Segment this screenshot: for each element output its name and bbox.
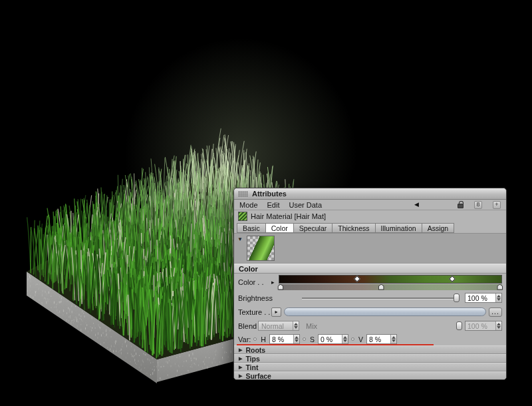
fold-label: Tint	[245, 363, 258, 371]
blend-mode-dropdown[interactable]: Normal	[258, 321, 299, 331]
mix-label: Mix	[306, 322, 323, 330]
gradient-bias-knot[interactable]	[449, 276, 456, 282]
menubar: Mode Edit User Data ◀ 8 +	[234, 200, 506, 210]
attributes-window: Attributes Mode Edit User Data ◀ 8 + Hai…	[233, 188, 507, 380]
mix-stepper[interactable]	[495, 321, 501, 330]
blend-label: Blend	[238, 322, 255, 330]
slider-track	[302, 298, 460, 299]
stepper-down-icon[interactable]	[343, 339, 347, 342]
collapse-arrow-icon[interactable]: ◀	[414, 202, 419, 208]
mix-slider-thumb[interactable]	[456, 321, 462, 330]
material-name: Hair Material [Hair Mat]	[251, 212, 326, 220]
color-gradient-editor[interactable]	[279, 275, 502, 290]
tab-basic[interactable]: Basic	[237, 223, 266, 233]
mix-value-field[interactable]: 100 %	[465, 321, 502, 331]
stepper-down-icon[interactable]	[497, 298, 501, 301]
saturation-stepper[interactable]	[342, 335, 348, 343]
fold-label: Roots	[245, 346, 265, 354]
drag-grip-icon	[238, 191, 248, 197]
menu-mode[interactable]: Mode	[239, 201, 258, 209]
hue-variation-field[interactable]: 8 %	[269, 334, 300, 344]
gradient-stop-handle[interactable]	[378, 284, 384, 290]
material-preview-area: ▼	[234, 233, 506, 264]
menu-user-data[interactable]: User Data	[289, 201, 323, 209]
stepper-up-icon[interactable]	[392, 336, 396, 339]
tab-color[interactable]: Color	[266, 223, 294, 233]
keyframe-dot-icon[interactable]	[253, 337, 257, 341]
texture-preview-swatch[interactable]	[247, 236, 275, 261]
fold-arrow-icon: ▶	[239, 347, 242, 352]
fold-section-tint[interactable]: ▶ Tint	[234, 363, 506, 371]
gradient-stop-handle[interactable]	[497, 284, 503, 290]
stepper-up-icon[interactable]	[343, 336, 347, 339]
stepper-up-icon[interactable]	[295, 336, 299, 339]
fold-section-surface[interactable]: ▶ Surface	[234, 371, 506, 380]
tab-specular[interactable]: Specular	[294, 223, 332, 233]
color-expand-icon[interactable]: ▸	[271, 280, 275, 286]
tab-assign[interactable]: Assign	[422, 223, 455, 233]
color-label: Color . .	[238, 278, 269, 286]
brightness-label: Brightness	[238, 294, 297, 302]
texture-popup-button[interactable]: ▸	[271, 307, 281, 317]
tab-thickness[interactable]: Thickness	[332, 223, 375, 233]
saturation-label: S	[310, 335, 315, 343]
saturation-variation-field[interactable]: 0 %	[318, 334, 348, 344]
preview-disclosure-icon[interactable]: ▼	[237, 237, 243, 261]
texture-path-field[interactable]	[284, 307, 486, 316]
hue-stepper[interactable]	[293, 335, 299, 343]
gradient-stop-handle-face	[379, 285, 384, 290]
brightness-value-field[interactable]: 100 %	[465, 293, 502, 303]
annotation-underline	[237, 344, 434, 345]
brightness-row: Brightness 100 %	[234, 291, 506, 305]
gradient-stop-handle[interactable]	[277, 284, 283, 290]
stepper-down-icon[interactable]	[497, 326, 501, 329]
fold-arrow-icon: ▶	[239, 373, 242, 378]
fold-section-tips[interactable]: ▶ Tips	[234, 354, 506, 363]
tab-illumination[interactable]: Illumination	[376, 223, 422, 233]
value-variation-value: 8 %	[367, 335, 390, 343]
value-variation-field[interactable]: 8 %	[366, 334, 397, 344]
keyframe-dot-icon[interactable]	[351, 337, 354, 341]
hair-strand-preview	[247, 236, 275, 261]
value-label: V	[358, 335, 363, 343]
link-icon[interactable]: 8	[474, 201, 482, 209]
fold-label: Tips	[245, 355, 259, 363]
gradient-bar[interactable]	[279, 275, 502, 284]
value-stepper[interactable]	[390, 335, 396, 343]
window-title: Attributes	[252, 190, 287, 198]
keyframe-dot-icon[interactable]	[303, 337, 306, 341]
gradient-stop-track[interactable]	[279, 284, 502, 290]
fold-section-roots[interactable]: ▶ Roots	[234, 345, 506, 354]
gradient-stop-handle-face	[497, 285, 502, 290]
material-header: Hair Material [Hair Mat]	[234, 210, 506, 222]
texture-label: Texture . . .	[238, 308, 269, 316]
fold-label: Surface	[245, 372, 271, 380]
stepper-up-icon[interactable]	[294, 323, 298, 325]
tab-bar: Basic Color Specular Thickness Illuminat…	[234, 222, 506, 233]
brightness-stepper[interactable]	[495, 294, 501, 302]
stepper-up-icon[interactable]	[497, 295, 501, 298]
brightness-value: 100 %	[466, 294, 495, 302]
texture-row: Texture . . . ▸ ...	[234, 305, 506, 319]
stepper-down-icon[interactable]	[295, 339, 299, 342]
slider-thumb[interactable]	[454, 294, 460, 302]
menu-edit[interactable]: Edit	[267, 201, 280, 209]
hue-label: H	[261, 335, 266, 343]
add-panel-icon[interactable]: +	[493, 201, 501, 209]
stepper-up-icon[interactable]	[497, 323, 501, 325]
lock-icon[interactable]	[458, 204, 464, 208]
brightness-slider[interactable]	[302, 293, 460, 303]
mix-value: 100 %	[466, 322, 495, 330]
gradient-bias-knot[interactable]	[354, 276, 360, 282]
blend-row: Blend Normal Mix 100 %	[234, 319, 506, 333]
texture-browse-button[interactable]: ...	[489, 307, 502, 317]
fold-arrow-icon: ▶	[239, 356, 242, 361]
window-titlebar[interactable]: Attributes	[234, 188, 506, 200]
fold-arrow-icon: ▶	[239, 365, 242, 369]
section-header-label: Color	[239, 265, 258, 273]
stepper-down-icon[interactable]	[294, 326, 298, 329]
stepper-down-icon[interactable]	[392, 339, 396, 342]
blend-mode-value: Normal	[259, 322, 293, 330]
blend-dropdown-stepper[interactable]	[293, 321, 299, 330]
saturation-variation-value: 0 %	[319, 335, 342, 343]
